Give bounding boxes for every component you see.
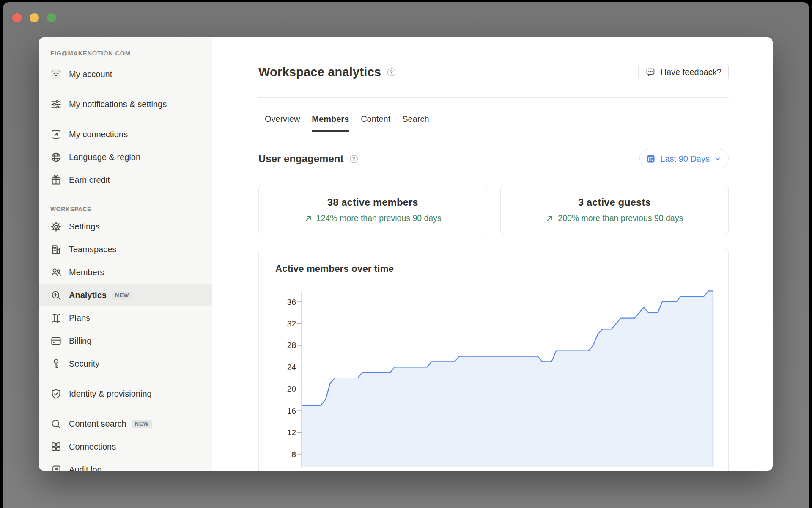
stat-card-38-active-members: 38 active members124% more than previous…: [258, 185, 487, 235]
sidebar-item-earn-credit[interactable]: Earn credit: [39, 168, 212, 191]
sliders-icon: [50, 99, 62, 110]
key-icon: [50, 358, 62, 370]
tab-content[interactable]: Content: [361, 114, 390, 132]
section-title-user-engagement: User engagement: [258, 153, 343, 165]
sidebar-item-settings[interactable]: Settings: [39, 215, 212, 238]
workspace-section-label: WORKSPACE: [50, 206, 212, 213]
sidebar-item-teamspaces[interactable]: Teamspaces: [39, 238, 212, 261]
sidebar-item-label: Earn credit: [69, 174, 110, 185]
map-icon: [50, 312, 62, 324]
page-title: Workspace analytics: [258, 65, 381, 79]
credit-card-icon: [50, 335, 62, 347]
gift-icon: [50, 174, 62, 186]
sidebar-item-plans[interactable]: Plans: [39, 306, 212, 329]
account-email: FIG@MAKENOTION.COM: [50, 50, 212, 57]
help-icon[interactable]: ?: [349, 154, 359, 164]
minimize-window-button[interactable]: [30, 13, 39, 22]
svg-text:28: 28: [287, 341, 296, 350]
have-feedback-button[interactable]: Have feedback?: [638, 63, 729, 81]
trend-up-icon: [546, 214, 554, 223]
settings-main: Workspace analytics ?: [212, 37, 773, 471]
arrow-up-right-box-icon: [50, 129, 62, 140]
tab-members[interactable]: Members: [312, 114, 349, 132]
account-section: My accountMy notifications & settingsMy …: [39, 63, 212, 191]
building-icon: [50, 244, 62, 255]
chart-card: Active members over time 812162024283236: [258, 249, 729, 471]
people-icon: [50, 267, 62, 278]
sidebar-item-label: My account: [69, 69, 112, 80]
stat-cards: 38 active members124% more than previous…: [258, 185, 729, 235]
svg-text:12: 12: [287, 428, 296, 437]
sidebar-item-label: Members: [69, 267, 104, 278]
sidebar-item-my-account[interactable]: My account: [39, 63, 212, 86]
svg-text:36: 36: [287, 298, 296, 306]
svg-text:?: ?: [352, 156, 355, 162]
sidebar-item-identity-provisioning[interactable]: Identity & provisioning: [39, 375, 212, 412]
tab-search[interactable]: Search: [402, 114, 429, 132]
sidebar-item-label: Identity & provisioning: [69, 388, 152, 399]
stat-delta-text: 124% more than previous 90 days: [316, 213, 442, 223]
scroll-icon: [50, 464, 62, 471]
sidebar-item-label: Connections: [69, 441, 116, 452]
magnifier-plus-icon: [50, 290, 62, 301]
sidebar-item-security[interactable]: Security: [39, 352, 212, 375]
sidebar-item-my-connections[interactable]: My connections: [39, 123, 212, 146]
workspace-section: SettingsTeamspacesMembersAnalyticsNEWPla…: [39, 215, 212, 471]
date-range-value: Last 90 Days: [660, 154, 710, 164]
user-engagement-header: User engagement ?: [258, 149, 729, 168]
app-window-background: FIG@MAKENOTION.COM My accountMy notifica…: [3, 2, 809, 508]
tab-overview[interactable]: Overview: [265, 114, 300, 132]
sidebar-item-label: Settings: [69, 221, 99, 232]
calendar-icon: [646, 154, 656, 164]
svg-text:24: 24: [287, 363, 296, 372]
sidebar-item-label: Plans: [69, 312, 90, 323]
sidebar-item-label: Teamspaces: [69, 244, 116, 255]
feedback-bubble-icon: [645, 67, 656, 77]
sidebar-item-connections[interactable]: Connections: [39, 435, 212, 458]
new-badge: NEW: [112, 291, 132, 300]
stat-value: 38 active members: [327, 196, 418, 208]
sidebar-item-members[interactable]: Members: [39, 261, 212, 284]
sidebar-item-label: My connections: [69, 129, 128, 140]
sidebar-item-label: Language & region: [69, 152, 140, 163]
sidebar-item-label: Analytics: [69, 290, 107, 301]
help-icon[interactable]: ?: [387, 67, 396, 77]
settings-modal: FIG@MAKENOTION.COM My accountMy notifica…: [39, 37, 773, 471]
svg-text:16: 16: [287, 406, 296, 415]
chevron-down-icon: [714, 155, 721, 163]
tab-bar: OverviewMembersContentSearch: [258, 114, 729, 131]
trend-up-icon: [304, 214, 313, 223]
gear-icon: [50, 221, 62, 232]
stat-delta-text: 200% more than previous 90 days: [558, 213, 683, 223]
stat-delta: 124% more than previous 90 days: [304, 213, 442, 223]
sidebar-item-billing[interactable]: Billing: [39, 329, 212, 352]
sidebar-item-label: Billing: [69, 335, 91, 346]
sidebar-item-analytics[interactable]: AnalyticsNEW: [39, 284, 212, 306]
magnifier-icon: [50, 418, 62, 430]
zoom-window-button[interactable]: [47, 13, 56, 22]
svg-text:20: 20: [287, 384, 296, 393]
sidebar-item-label: Security: [69, 358, 99, 369]
traffic-lights: [12, 13, 56, 22]
svg-text:32: 32: [287, 319, 296, 328]
stat-card-3-active-guests: 3 active guests200% more than previous 9…: [500, 185, 729, 235]
settings-sidebar: FIG@MAKENOTION.COM My accountMy notifica…: [39, 37, 212, 471]
globe-icon: [50, 152, 62, 163]
page-header: Workspace analytics ?: [258, 62, 729, 82]
shield-check-icon: [50, 388, 62, 400]
avatar-icon: [50, 69, 62, 80]
grid-icon: [50, 441, 62, 453]
close-window-button[interactable]: [12, 13, 22, 22]
sidebar-item-my-notifications-settings[interactable]: My notifications & settings: [39, 86, 212, 123]
sidebar-item-label: Audit log: [69, 464, 102, 471]
sidebar-item-label: Content search: [69, 418, 126, 429]
stat-value: 3 active guests: [578, 196, 651, 208]
sidebar-item-audit-log[interactable]: Audit log: [39, 458, 212, 471]
sidebar-item-language-region[interactable]: Language & region: [39, 146, 212, 168]
sidebar-item-content-search[interactable]: Content searchNEW: [39, 412, 212, 435]
chart-title: Active members over time: [275, 263, 394, 274]
sidebar-item-label: My notifications & settings: [69, 99, 167, 110]
header-divider: [258, 97, 729, 98]
new-badge: NEW: [132, 420, 152, 428]
date-range-selector[interactable]: Last 90 Days: [639, 149, 729, 168]
